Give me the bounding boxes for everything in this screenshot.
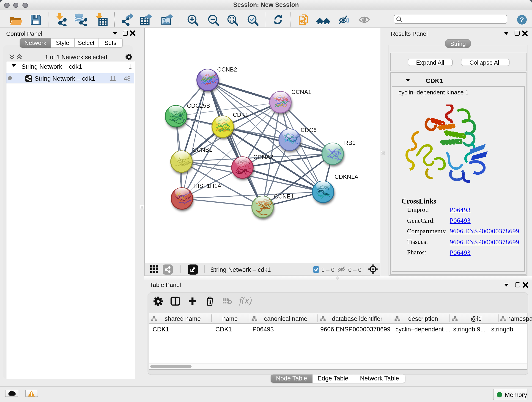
svg-text:CCNB2: CCNB2 bbox=[217, 66, 237, 73]
svg-text:CDK1: CDK1 bbox=[233, 112, 248, 118]
svg-text:CCNB1: CCNB1 bbox=[192, 147, 212, 153]
svg-text:CDC6: CDC6 bbox=[301, 127, 317, 133]
svg-text:CCNE1: CCNE1 bbox=[274, 193, 294, 200]
svg-text:RB1: RB1 bbox=[344, 140, 355, 146]
svg-text:CDC25B: CDC25B bbox=[187, 102, 210, 109]
svg-text:CCNA2: CCNA2 bbox=[253, 154, 273, 160]
svg-text:HIST1H1A: HIST1H1A bbox=[193, 183, 222, 189]
svg-text:CCNA1: CCNA1 bbox=[291, 89, 311, 95]
svg-text:?: ? bbox=[520, 16, 524, 23]
svg-text:CDKN1A: CDKN1A bbox=[335, 173, 359, 180]
